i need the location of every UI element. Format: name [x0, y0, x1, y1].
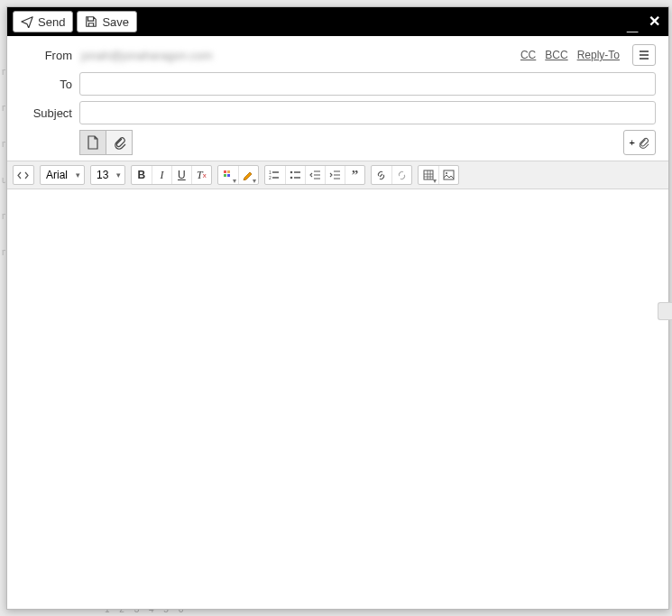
send-label: Send — [38, 15, 65, 29]
compose-header: From jonah@jonaharagon.com CC BCC Reply-… — [7, 36, 668, 161]
subject-row: Subject — [20, 101, 656, 124]
outdent-icon — [309, 170, 321, 181]
text-color-icon — [223, 170, 234, 180]
indent-button[interactable] — [325, 166, 345, 184]
font-family-value: Arial — [46, 169, 68, 181]
source-button[interactable] — [14, 166, 33, 184]
svg-point-7 — [290, 176, 293, 179]
link-icon — [375, 170, 387, 181]
font-size-select[interactable]: 13 — [90, 165, 125, 185]
svg-point-10 — [446, 172, 447, 174]
indent-icon — [329, 170, 341, 181]
strike-button[interactable]: Tx — [191, 166, 211, 184]
plus-icon: + — [630, 137, 635, 148]
attachments-tab-button[interactable] — [106, 130, 133, 155]
minimize-button[interactable]: _ — [623, 10, 641, 33]
svg-text:2: 2 — [269, 175, 272, 180]
cc-link[interactable]: CC — [520, 49, 536, 61]
send-button[interactable]: Send — [13, 11, 73, 32]
svg-rect-0 — [224, 170, 226, 173]
highlight-button[interactable] — [238, 166, 258, 184]
from-value[interactable]: jonah@jonaharagon.com — [79, 49, 212, 62]
save-label: Save — [102, 15, 129, 29]
body-tab-button[interactable] — [79, 130, 106, 155]
options-menu-button[interactable] — [632, 44, 656, 66]
hamburger-icon — [638, 49, 650, 61]
highlight-icon — [243, 170, 253, 180]
titlebar: Send Save _ ✕ — [7, 7, 668, 36]
add-attachment-button[interactable]: + — [623, 130, 656, 155]
ordered-list-button[interactable]: 12 — [265, 166, 285, 184]
ol-icon: 12 — [269, 170, 281, 181]
reply-to-link[interactable]: Reply-To — [577, 49, 620, 61]
from-label: From — [20, 49, 79, 62]
to-input[interactable] — [79, 72, 656, 96]
from-row: From jonah@jonaharagon.com CC BCC Reply-… — [20, 43, 656, 67]
blockquote-button[interactable]: ” — [345, 166, 364, 184]
unordered-list-button[interactable] — [285, 166, 305, 184]
svg-rect-3 — [227, 174, 230, 177]
to-label: To — [20, 78, 79, 91]
font-size-value: 13 — [97, 169, 108, 181]
underline-button[interactable]: U — [171, 166, 191, 184]
font-family-select[interactable]: Arial — [40, 165, 85, 185]
table-button[interactable] — [419, 166, 438, 184]
paper-plane-icon — [21, 15, 33, 28]
italic-button[interactable]: I — [152, 166, 171, 184]
image-icon — [443, 170, 455, 180]
subject-input[interactable] — [79, 101, 656, 124]
outdent-button[interactable] — [305, 166, 325, 184]
unlink-button[interactable] — [391, 166, 411, 184]
svg-rect-8 — [424, 170, 433, 179]
unlink-icon — [396, 170, 408, 181]
compose-window: Send Save _ ✕ From jonah@jonaharagon.com… — [6, 6, 669, 610]
bcc-link[interactable]: BCC — [545, 49, 567, 61]
save-button[interactable]: Save — [77, 11, 137, 32]
svg-rect-1 — [227, 170, 230, 173]
link-button[interactable] — [372, 166, 391, 184]
svg-rect-2 — [224, 174, 226, 177]
subject-label: Subject — [20, 106, 79, 120]
side-tab[interactable] — [658, 302, 672, 320]
close-button[interactable]: ✕ — [645, 14, 663, 29]
code-icon — [17, 170, 29, 181]
paperclip-icon — [637, 136, 649, 149]
ul-icon — [290, 170, 301, 181]
text-color-button[interactable] — [218, 166, 238, 184]
to-row: To — [20, 72, 656, 96]
table-icon — [423, 170, 434, 180]
document-icon — [87, 135, 99, 150]
editor-toolbar: Arial 13 B I U Tx 12 — [7, 161, 668, 189]
paperclip-icon — [112, 135, 126, 150]
bold-button[interactable]: B — [132, 166, 152, 184]
attachment-bar: + — [20, 130, 656, 155]
editor-body[interactable] — [7, 189, 668, 609]
svg-point-6 — [290, 170, 293, 173]
save-icon — [85, 15, 97, 28]
svg-rect-9 — [444, 170, 454, 179]
image-button[interactable] — [438, 166, 458, 184]
